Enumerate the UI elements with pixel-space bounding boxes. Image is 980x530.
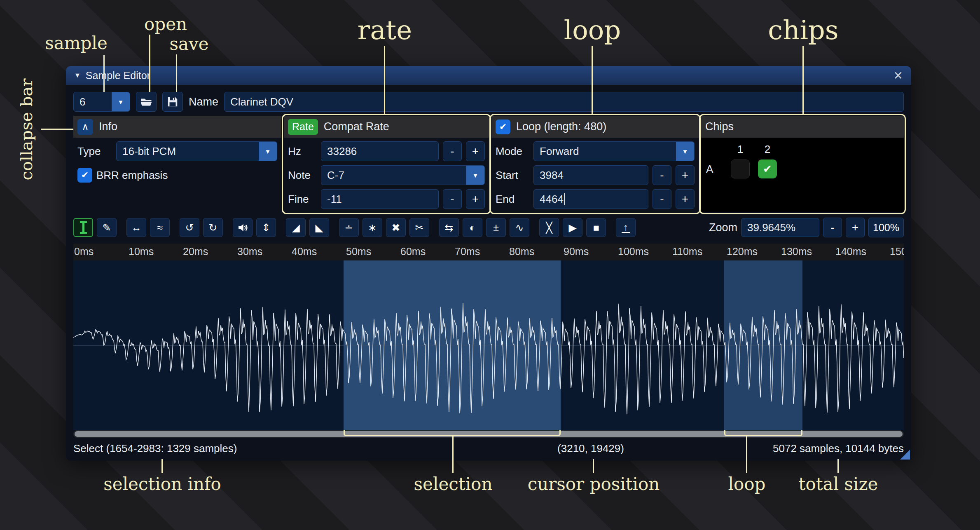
hz-input[interactable]: 33286 bbox=[321, 141, 439, 161]
brr-emphasis-label: BRR emphasis bbox=[96, 169, 168, 182]
close-icon[interactable]: ✕ bbox=[893, 69, 903, 82]
waveform-area[interactable] bbox=[73, 260, 904, 430]
crossfade-icon: ╳ bbox=[546, 222, 552, 234]
hz-minus-button[interactable]: - bbox=[443, 141, 462, 161]
annotation-selection-label: selection bbox=[414, 474, 493, 494]
zoom-input[interactable]: 39.9645% bbox=[741, 218, 819, 237]
floppy-icon bbox=[166, 96, 179, 108]
annotation-selection-info-line bbox=[161, 459, 163, 473]
waveform-svg bbox=[73, 260, 904, 430]
pencil-icon: ✎ bbox=[103, 222, 111, 234]
ruler-label: 50ms bbox=[346, 246, 371, 258]
timeline-ruler: 0ms10ms20ms30ms40ms50ms60ms70ms80ms90ms1… bbox=[73, 244, 904, 260]
collapse-bar-button[interactable]: ∧ bbox=[77, 119, 93, 135]
chips-panel: Chips 1 2 A ✔ bbox=[701, 116, 904, 212]
preview-button[interactable]: ▶ bbox=[563, 218, 582, 237]
name-input[interactable]: Clarinet DQV bbox=[224, 92, 904, 112]
fine-minus-button[interactable]: - bbox=[443, 189, 462, 209]
apply-silence-button[interactable]: ∗ bbox=[363, 218, 382, 237]
ruler-label: 10ms bbox=[129, 246, 154, 258]
info-panel: ∧ Info Type 16-bit PCM ▼ ✔ BRR emphasi bbox=[73, 116, 281, 212]
fade-out-button[interactable]: ◣ bbox=[309, 218, 329, 237]
rate-badge[interactable]: Rate bbox=[288, 119, 318, 135]
reverse-button[interactable]: ⇆ bbox=[439, 218, 459, 237]
fine-input[interactable]: -11 bbox=[321, 189, 439, 209]
ruler-label: 40ms bbox=[292, 246, 317, 258]
loop-end-plus-button[interactable]: + bbox=[676, 189, 695, 209]
delete-button[interactable]: ✖ bbox=[386, 218, 406, 237]
edit-mode-draw-button[interactable]: ✎ bbox=[97, 218, 117, 237]
mode-label: Mode bbox=[496, 145, 529, 158]
zoom-reset-button[interactable]: 100% bbox=[868, 218, 904, 237]
fine-label: Fine bbox=[288, 193, 317, 206]
loop-start-minus-button[interactable]: - bbox=[653, 165, 671, 185]
window-title: Sample Editor bbox=[86, 70, 150, 82]
chip-a-2-checkbox[interactable]: ✔ bbox=[758, 159, 777, 178]
chip-column-2: 2 bbox=[754, 143, 781, 156]
toolbar: ✎ ↔ ≈ ↺ ↻ ⇕ ◢ ◣ ∸ ∗ ✖ ✂ ⇆ ◐ ± ∿ ╳ bbox=[73, 218, 904, 237]
sign-convert-button[interactable]: ± bbox=[486, 218, 506, 237]
text-caret bbox=[564, 193, 565, 205]
ruler-label: 100ms bbox=[618, 246, 649, 258]
scissors-icon: ✂ bbox=[415, 222, 424, 234]
resize-icon: ↔ bbox=[131, 222, 142, 234]
resize-button[interactable]: ↔ bbox=[126, 218, 146, 237]
filter-button[interactable]: ∿ bbox=[510, 218, 529, 237]
stop-preview-button[interactable]: ■ bbox=[586, 218, 606, 237]
loop-start-plus-button[interactable]: + bbox=[676, 165, 695, 185]
create-wavetable-button[interactable]: ↑ bbox=[616, 218, 636, 237]
brr-emphasis-checkbox[interactable]: ✔ bbox=[77, 168, 92, 183]
zoom-value: 39.9645% bbox=[747, 221, 795, 234]
note-select[interactable]: C-7 ▼ bbox=[321, 165, 485, 185]
annotation-collapse-bar-label: collapse bar bbox=[17, 78, 36, 180]
ruler-label: 90ms bbox=[564, 246, 589, 258]
normalize-button[interactable]: ⇕ bbox=[256, 218, 276, 237]
zoom-in-button[interactable]: + bbox=[846, 218, 865, 237]
play-icon: ▶ bbox=[568, 222, 576, 234]
hz-plus-button[interactable]: + bbox=[466, 141, 485, 161]
note-value: C-7 bbox=[321, 169, 466, 182]
loop-end-value: 4464 bbox=[540, 193, 564, 206]
edit-mode-select-button[interactable] bbox=[73, 218, 93, 237]
invert-button[interactable]: ◐ bbox=[463, 218, 482, 237]
header-row: 6 ▼ Name Clarinet DQV bbox=[73, 92, 904, 112]
crossfade-loop-button[interactable]: ╳ bbox=[539, 218, 559, 237]
type-select[interactable]: 16-bit PCM ▼ bbox=[116, 141, 277, 161]
window-collapse-icon[interactable]: ▼ bbox=[74, 72, 81, 79]
save-button[interactable] bbox=[162, 92, 183, 112]
scrollbar-thumb[interactable] bbox=[75, 431, 903, 437]
loop-panel-body: Mode Forward ▼ Start 3984 - + End bbox=[491, 138, 699, 213]
loop-end-input[interactable]: 4464 bbox=[533, 189, 648, 209]
loop-start-value: 3984 bbox=[540, 169, 564, 182]
loop-end-minus-button[interactable]: - bbox=[653, 189, 671, 209]
chevron-up-icon: ∧ bbox=[82, 121, 89, 132]
undo-button[interactable]: ↺ bbox=[180, 218, 199, 237]
ruler-label: 30ms bbox=[237, 246, 262, 258]
loop-mode-select[interactable]: Forward ▼ bbox=[533, 141, 695, 161]
fine-plus-button[interactable]: + bbox=[466, 189, 485, 209]
reverse-icon: ⇆ bbox=[445, 222, 454, 234]
resample-button[interactable]: ≈ bbox=[150, 218, 170, 237]
loop-enable-checkbox[interactable]: ✔ bbox=[496, 120, 510, 134]
annotation-open-label: open bbox=[144, 14, 187, 34]
chips-panel-title: Chips bbox=[705, 120, 734, 133]
loop-start-input[interactable]: 3984 bbox=[533, 165, 648, 185]
insert-silence-button[interactable]: ∸ bbox=[339, 218, 359, 237]
sample-number-select[interactable]: 6 ▼ bbox=[73, 92, 130, 112]
fade-out-icon: ◣ bbox=[315, 222, 323, 234]
horizontal-scrollbar[interactable] bbox=[73, 430, 904, 438]
amplify-button[interactable] bbox=[233, 218, 253, 237]
zoom-out-button[interactable]: - bbox=[823, 218, 842, 237]
sample-number-value: 6 bbox=[74, 96, 112, 108]
annotation-loop-bottom-label: loop bbox=[728, 474, 766, 494]
trim-button[interactable]: ✂ bbox=[409, 218, 429, 237]
chip-a-1-checkbox[interactable] bbox=[731, 159, 750, 178]
resize-grip[interactable] bbox=[900, 450, 910, 460]
open-button[interactable] bbox=[136, 92, 157, 112]
redo-button[interactable]: ↻ bbox=[203, 218, 223, 237]
panels-row: ∧ Info Type 16-bit PCM ▼ ✔ BRR emphasi bbox=[73, 116, 904, 212]
fade-in-button[interactable]: ◢ bbox=[286, 218, 306, 237]
fine-value: -11 bbox=[327, 193, 342, 206]
upload-icon: ↑ bbox=[622, 222, 630, 233]
titlebar[interactable]: ▼ Sample Editor ✕ bbox=[66, 66, 911, 85]
